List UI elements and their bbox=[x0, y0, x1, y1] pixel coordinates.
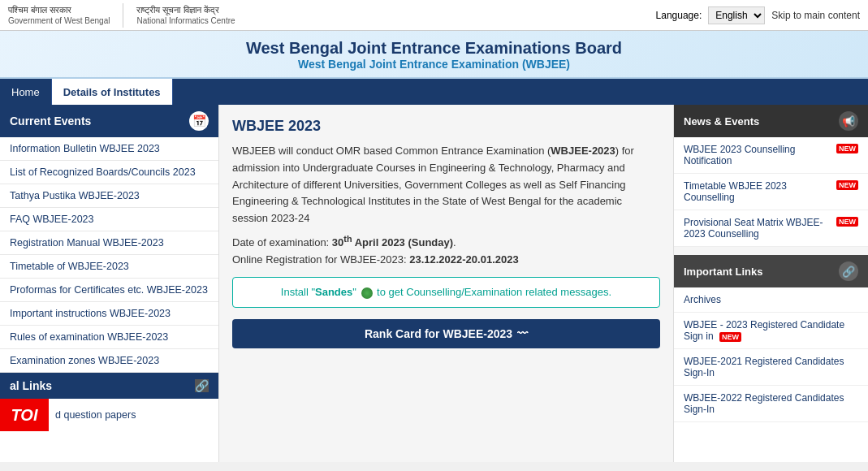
sidebar-important-instructions[interactable]: Important instructions WBJEE-2023 bbox=[0, 302, 218, 326]
wb-govt-hindi: पश्चिम बंगाल सरकार bbox=[8, 4, 110, 15]
sidebar-registration-manual[interactable]: Registration Manual WBJEE-2023 bbox=[0, 231, 218, 255]
content-area: WBJEE 2023 WBJEEB will conduct OMR based… bbox=[219, 105, 673, 462]
left-sidebar: Current Events 📅 Information Bulletin WB… bbox=[0, 105, 219, 462]
news-item-2[interactable]: Timetable WBJEE 2023 Counselling NEW bbox=[674, 174, 868, 210]
imp-link-2022-sign-in[interactable]: WBJEE-2022 Registered Candidates Sign-In bbox=[674, 386, 868, 422]
sidebar-recognized-boards[interactable]: List of Recognized Boards/Councils 2023 bbox=[0, 161, 218, 184]
imp-link-2023-label: WBJEE - 2023 Registered Candidate Sign i… bbox=[684, 319, 844, 342]
useful-links-header: al Links 🔗 bbox=[0, 373, 218, 399]
nic-english: National Informatics Centre bbox=[136, 15, 235, 26]
news-item-2-label: Timetable WBJEE 2023 Counselling bbox=[684, 180, 830, 203]
speaker-icon: 📢 bbox=[839, 111, 858, 131]
important-links-label: Important Links bbox=[684, 266, 763, 278]
imp-link-archives[interactable]: Archives bbox=[674, 287, 868, 313]
logo-divider bbox=[123, 3, 123, 28]
language-label: Language: bbox=[656, 10, 702, 21]
wb-govt-logo: पश्चिम बंगाल सरकार Government of West Be… bbox=[8, 4, 110, 26]
site-title-2: West Bengal Joint Entrance Examination (… bbox=[0, 58, 868, 71]
sandes-name: Sandes bbox=[315, 286, 352, 298]
sandes-icon bbox=[361, 287, 373, 299]
important-links-header: Important Links 🔗 bbox=[674, 255, 868, 287]
imp-link-2021-sign-in[interactable]: WBJEE-2021 Registered Candidates Sign-In bbox=[674, 349, 868, 386]
sidebar-proformas[interactable]: Proformas for Certificates etc. WBJEE-20… bbox=[0, 279, 218, 302]
new-badge-1: NEW bbox=[836, 144, 858, 153]
link-icon: 🔗 bbox=[839, 261, 858, 281]
sidebar-question-papers[interactable]: d question papers bbox=[49, 404, 145, 426]
content-title: WBJEE 2023 bbox=[232, 118, 660, 135]
rank-card-button[interactable]: Rank Card for WBJEE-2023 〰 bbox=[232, 319, 660, 348]
sandes-banner[interactable]: Install "Sandes" to get Counselling/Exam… bbox=[232, 277, 660, 308]
news-item-3-label: Provisional Seat Matrix WBJEE-2023 Couns… bbox=[684, 217, 830, 240]
imp-link-2023-sign-in[interactable]: WBJEE - 2023 Registered Candidate Sign i… bbox=[674, 313, 868, 349]
site-header: West Bengal Joint Entrance Examinations … bbox=[0, 31, 868, 79]
nav-item-details[interactable]: Details of Institutes bbox=[52, 79, 173, 105]
logos: पश्चिम बंगाल सरकार Government of West Be… bbox=[8, 3, 235, 28]
news-events-header: News & Events 📢 bbox=[674, 105, 868, 137]
current-events-label: Current Events bbox=[10, 115, 91, 127]
wb-govt-english: Government of West Bengal bbox=[8, 15, 110, 26]
sidebar-rules[interactable]: Rules of examination WBJEE-2023 bbox=[0, 326, 218, 349]
nav-bar: Home Details of Institutes bbox=[0, 79, 868, 105]
top-bar-controls: Language: English Skip to main content bbox=[656, 6, 860, 24]
new-badge-2: NEW bbox=[836, 180, 858, 190]
wave-icon: 〰 bbox=[517, 327, 528, 339]
sidebar-exam-zones[interactable]: Examination zones WBJEE-2023 bbox=[0, 349, 218, 373]
news-item-3[interactable]: Provisional Seat Matrix WBJEE-2023 Couns… bbox=[674, 210, 868, 247]
news-item-1[interactable]: WBJEE 2023 Counselling Notification NEW bbox=[674, 137, 868, 174]
news-events-label: News & Events bbox=[684, 115, 759, 127]
right-sidebar: News & Events 📢 WBJEE 2023 Counselling N… bbox=[673, 105, 868, 462]
site-title-1: West Bengal Joint Entrance Examinations … bbox=[0, 39, 868, 58]
new-badge-3: NEW bbox=[836, 217, 858, 227]
exam-date: Date of examination: 30th April 2023 (Su… bbox=[232, 234, 660, 248]
sidebar-faq[interactable]: FAQ WBJEE-2023 bbox=[0, 208, 218, 231]
top-bar: पश्चिम बंगाल सरकार Government of West Be… bbox=[0, 0, 868, 31]
language-select[interactable]: English bbox=[708, 6, 765, 24]
sidebar-bottom: al Links 🔗 TOI d question papers bbox=[0, 373, 218, 431]
rank-card-label: Rank Card for WBJEE-2023 bbox=[365, 327, 512, 340]
nic-hindi: राष्ट्रीय सूचना विज्ञान केंद्र bbox=[136, 4, 235, 15]
nav-item-home[interactable]: Home bbox=[0, 79, 52, 105]
new-badge-4: NEW bbox=[719, 332, 741, 342]
skip-to-main-link[interactable]: Skip to main content bbox=[771, 10, 860, 21]
sidebar-tathya-pustika[interactable]: Tathya Pustika WBJEE-2023 bbox=[0, 184, 218, 208]
current-events-header: Current Events 📅 bbox=[0, 105, 218, 137]
calendar-icon: 📅 bbox=[189, 111, 209, 131]
online-reg: Online Registration for WBJEE-2023: 23.1… bbox=[232, 253, 660, 266]
sidebar-info-bulletin[interactable]: Information Bulletin WBJEE 2023 bbox=[0, 137, 218, 161]
news-item-1-label: WBJEE 2023 Counselling Notification bbox=[684, 144, 830, 166]
main-layout: Current Events 📅 Information Bulletin WB… bbox=[0, 105, 868, 462]
content-body: WBJEEB will conduct OMR based Common Ent… bbox=[232, 143, 660, 227]
link-circle-icon: 🔗 bbox=[195, 379, 209, 392]
news-imp-spacer bbox=[674, 247, 868, 255]
useful-links-label: al Links bbox=[10, 379, 52, 392]
toi-banner: TOI bbox=[0, 399, 49, 431]
sidebar-timetable[interactable]: Timetable of WBJEE-2023 bbox=[0, 255, 218, 279]
nic-logo: राष्ट्रीय सूचना विज्ञान केंद्र National … bbox=[136, 4, 235, 26]
